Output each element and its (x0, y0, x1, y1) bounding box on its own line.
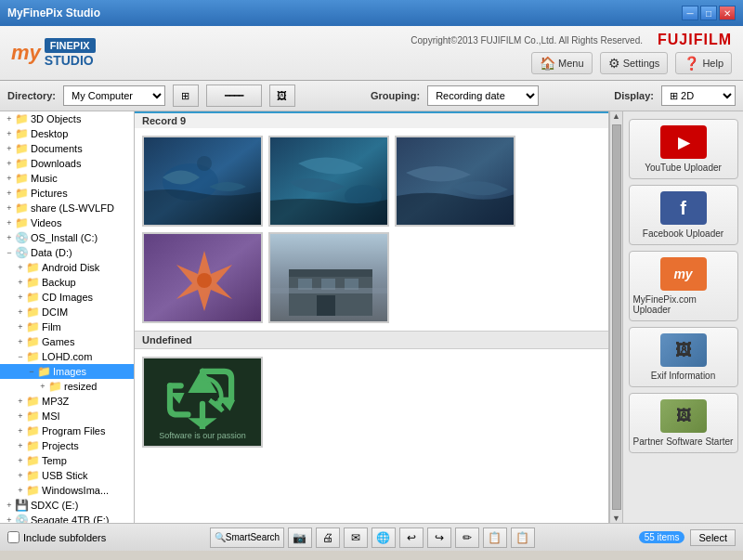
edit-tool-button[interactable]: ✏ (455, 527, 479, 548)
view-btn-2[interactable]: ━━━━ (206, 85, 262, 107)
help-label: Help (702, 58, 723, 69)
tree-item-dcim[interactable]: +📁DCIM (0, 305, 134, 319)
tree-item-mp3z[interactable]: +📁MP3Z (0, 394, 134, 409)
section-record9-header: Record 9 (135, 111, 608, 128)
tree-item-cd-images[interactable]: +📁CD Images (0, 290, 134, 305)
gallery-grid-record9 (135, 128, 608, 331)
tree-item-seagate-f[interactable]: +💿Seagate 4TB (F:) (0, 513, 134, 523)
youtube-uploader-button[interactable]: ▶ YouTube Uploader (629, 119, 738, 179)
facebook-uploader-button[interactable]: f Facebook Uploader (629, 185, 738, 245)
gallery-area: Record 9 (135, 111, 609, 523)
bottom-tools: 🔍 SmartSearch 📷 🖨 ✉ 🌐 ↩ ↪ ✏ 📋 📋 (113, 527, 631, 548)
grouping-label: Grouping: (371, 90, 420, 101)
bottom-right: 55 items Select (639, 529, 736, 546)
myfinepix-label: MyFinePix.com Uploader (633, 294, 734, 315)
facebook-label: Facebook Uploader (643, 228, 723, 239)
tree-item-windowsima[interactable]: +📁WindowsIma... (0, 483, 134, 498)
passion-text: Software is our passion (159, 431, 246, 440)
tree-item-android[interactable]: +📁Android Disk (0, 260, 134, 275)
tree-item-3dobjects[interactable]: +📁3D Objects (0, 111, 134, 126)
help-button[interactable]: ❓ Help (675, 52, 732, 74)
mail-tool-button[interactable]: ✉ (344, 527, 368, 548)
exif-info-button[interactable]: 🖼 Exif Information (629, 327, 738, 387)
smartsearch-button[interactable]: 🔍 SmartSearch (210, 527, 284, 548)
redo-tool-button[interactable]: ↪ (427, 527, 451, 548)
tree-item-data-d[interactable]: −💿Data (D:) (0, 245, 134, 260)
tree-item-games[interactable]: +📁Games (0, 334, 134, 349)
tree-item-videos[interactable]: +📁Videos (0, 215, 134, 230)
svg-rect-10 (289, 269, 372, 277)
scroll-down-icon[interactable]: ▼ (612, 514, 620, 523)
thumb-recycle[interactable]: Software is our passion (142, 357, 263, 448)
tree-item-os-install[interactable]: +💿OS_Install (C:) (0, 230, 134, 245)
view-btn-1[interactable]: ⊞ (173, 85, 199, 107)
section-undefined-header: Undefined (135, 331, 608, 349)
svg-rect-14 (317, 295, 335, 316)
view-btn-3[interactable]: 🖼 (269, 85, 295, 107)
window-controls: ─ □ ✕ (682, 6, 736, 20)
paste-tool-button[interactable]: 📋 (511, 527, 535, 548)
include-subfolders-checkbox[interactable] (7, 531, 20, 543)
tree-item-backup[interactable]: +📁Backup (0, 275, 134, 290)
scroll-up-icon[interactable]: ▲ (612, 111, 620, 121)
file-tree: +📁3D Objects +📁Desktop +📁Documents +📁Dow… (0, 111, 135, 523)
copy-tool-button[interactable]: 📋 (483, 527, 507, 548)
header-right: Copyright©2013 FUJIFILM Co.,Ltd. All Rig… (411, 32, 732, 74)
tree-item-lohd[interactable]: −📁LOHD.com (0, 349, 134, 364)
thumb-building[interactable] (268, 232, 389, 323)
thumb-aquarium2[interactable] (268, 136, 389, 227)
tree-item-projects[interactable]: +📁Projects (0, 438, 134, 453)
logo-my: my (11, 41, 41, 65)
gallery-scrollbar[interactable]: ▲ ▼ (609, 111, 622, 523)
menu-button[interactable]: 🏠 Menu (531, 52, 593, 74)
tree-item-usb-stick[interactable]: +📁USB Stick (0, 468, 134, 483)
exif-label: Exif Information (651, 371, 715, 381)
scroll-thumb[interactable] (612, 124, 621, 510)
maximize-button[interactable]: □ (700, 6, 717, 20)
gear-icon: ⚙ (608, 56, 620, 71)
tree-item-temp[interactable]: +📁Temp (0, 453, 134, 468)
tree-item-sdxc-e[interactable]: +💾SDXC (E:) (0, 498, 134, 513)
directory-label: Directory: (7, 90, 56, 101)
tree-item-resized[interactable]: +📁resized (0, 379, 134, 394)
fujifilm-logo: FUJIFILM (658, 32, 732, 48)
app-title: MyFinePix Studio (7, 7, 100, 20)
thumb-starfish[interactable] (142, 232, 263, 323)
web-tool-button[interactable]: 🌐 (372, 527, 396, 548)
tree-item-share[interactable]: +📁share (LS-WVLFD (0, 201, 134, 215)
display-select[interactable]: ⊞ 2D (661, 85, 736, 106)
settings-button[interactable]: ⚙ Settings (600, 52, 669, 74)
tree-item-music[interactable]: +📁Music (0, 171, 134, 186)
myfinepix-uploader-button[interactable]: my MyFinePix.com Uploader (629, 251, 738, 321)
tree-item-msi[interactable]: +📁MSI (0, 409, 134, 423)
print-tool-button[interactable]: 🖨 (316, 527, 340, 548)
close-button[interactable]: ✕ (719, 6, 736, 20)
svg-point-2 (197, 156, 212, 171)
right-panel: ▶ YouTube Uploader f Facebook Uploader m… (622, 111, 743, 523)
thumb-aquarium3[interactable] (395, 136, 515, 227)
facebook-icon: f (660, 191, 707, 225)
item-count-badge: 55 items (639, 531, 685, 543)
camera-tool-button[interactable]: 📷 (288, 527, 312, 548)
undo-tool-button[interactable]: ↩ (399, 527, 424, 548)
tree-item-downloads[interactable]: +📁Downloads (0, 156, 134, 171)
main-toolbar: Directory: My Computer ⊞ ━━━━ 🖼 Grouping… (0, 81, 743, 111)
partner-software-button[interactable]: 🖼 Partner Software Starter (629, 393, 738, 453)
grouping-select[interactable]: Recording date (427, 85, 539, 106)
include-subfolders-label[interactable]: Include subfolders (7, 531, 106, 543)
tree-item-pictures[interactable]: +📁Pictures (0, 186, 134, 201)
tree-item-desktop[interactable]: +📁Desktop (0, 126, 134, 141)
settings-label: Settings (623, 58, 660, 69)
tree-item-program-files[interactable]: +📁Program Files (0, 423, 134, 438)
tree-item-documents[interactable]: +📁Documents (0, 141, 134, 156)
youtube-label: YouTube Uploader (645, 163, 722, 173)
tree-item-images[interactable]: −📁Images (0, 364, 134, 379)
minimize-button[interactable]: ─ (682, 6, 698, 20)
bottom-bar: Include subfolders 🔍 SmartSearch 📷 🖨 ✉ 🌐… (0, 523, 743, 551)
partner-icon: 🖼 (660, 399, 707, 433)
tree-item-film[interactable]: +📁Film (0, 319, 134, 334)
thumb-aquarium1[interactable] (142, 136, 263, 227)
select-all-button[interactable]: Select (690, 529, 736, 546)
gallery-grid-undefined: Software is our passion (135, 349, 608, 455)
directory-select[interactable]: My Computer (63, 85, 165, 106)
